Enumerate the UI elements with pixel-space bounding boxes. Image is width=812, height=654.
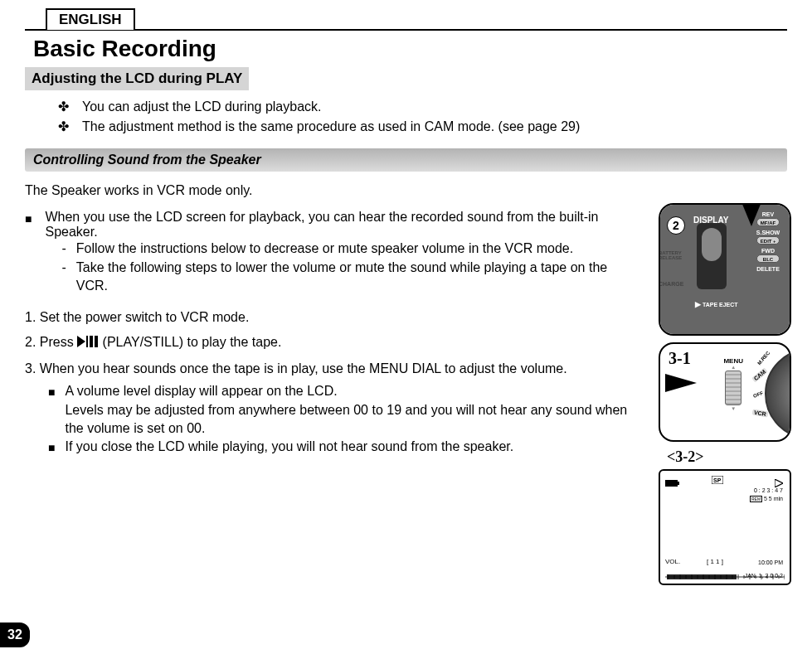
- screen-time: 10:00 PM: [758, 560, 783, 565]
- diagram-column: 2 DISPLAY BATTERY RELEASE CHARGE ▶ TAPE …: [659, 203, 800, 585]
- step-2: 2. Press (PLAY/STILL) to play the tape.: [25, 331, 639, 355]
- section2-para: ■ When you use the LCD screen for playba…: [25, 210, 639, 295]
- svg-marker-5: [665, 374, 697, 392]
- fwd-label: FWD: [750, 248, 786, 254]
- cam-label: CAM: [751, 367, 768, 382]
- edit-button: EDIT +: [756, 236, 780, 245]
- svg-rect-7: [678, 482, 679, 485]
- section2-title: Controlling Sound from the Speaker: [25, 148, 787, 172]
- lcd-screen: SP 0 : 2 3 : 4 7 REM 5 5 min VOL. [ 1 1 …: [659, 469, 791, 585]
- step-3-nested-1a: A volume level display will appear on th…: [65, 382, 639, 400]
- svg-marker-0: [77, 336, 85, 347]
- step-1: 1. Set the power switch to VCR mode.: [25, 306, 639, 330]
- section1-title: Adjusting the LCD during PLAY: [25, 67, 249, 90]
- square-bullet-icon: ■: [25, 212, 32, 295]
- step-3: 3. When you hear sounds once the tape is…: [25, 357, 639, 381]
- section1-bullet-1: You can adjust the LCD during playback.: [82, 97, 321, 117]
- blc-button: BLC: [756, 254, 780, 263]
- step-3-nested-2: If you close the LCD while playing, you …: [65, 438, 513, 457]
- mf-af-button: MF/AF: [756, 218, 780, 226]
- play-still-icon: [77, 332, 99, 356]
- svg-marker-10: [775, 479, 783, 487]
- volume-label: VOL.: [665, 558, 680, 565]
- timecode: 0 : 2 3 : 4 7: [754, 487, 783, 493]
- step-3-nested-1b: Levels may be adjusted from anywhere bet…: [65, 401, 639, 438]
- page-title: Basic Recording: [33, 36, 787, 62]
- step-32-label: <3-2>: [667, 448, 800, 466]
- sshow-label: S.SHOW: [750, 230, 786, 235]
- mrec-label: M.REC: [756, 351, 771, 366]
- mode-dial: M.REC CAM OFF VCR: [740, 344, 791, 442]
- dash-icon: -: [61, 240, 66, 258]
- section2-intro: The Speaker works in VCR mode only.: [25, 182, 639, 200]
- section1-bullet-2: The adjustment method is the same proced…: [82, 117, 580, 137]
- page-number: 32: [0, 623, 30, 647]
- step-2-suffix: (PLAY/STILL) to play the tape.: [103, 335, 282, 349]
- charge-label: CHARGE: [659, 281, 683, 287]
- step-3-sublist: ■ A volume level display will appear on …: [48, 382, 639, 457]
- svg-text:SP: SP: [713, 477, 722, 483]
- section2-dash2: Take the following steps to lower the vo…: [76, 259, 639, 296]
- battery-icon: [665, 479, 680, 487]
- svg-rect-33: [667, 574, 737, 579]
- off-label: OFF: [752, 390, 763, 399]
- svg-rect-2: [90, 336, 93, 347]
- step-2-prefix: 2. Press: [25, 335, 77, 349]
- maltese-icon: ✤: [58, 97, 69, 117]
- rev-label: REV: [750, 211, 786, 217]
- vcr-label: VCR: [752, 409, 769, 417]
- section2-main-text: When you use the LCD screen for playback…: [45, 210, 639, 240]
- maltese-icon: ✤: [58, 117, 69, 137]
- battery-release-label: BATTERY RELEASE: [659, 250, 685, 260]
- tape-eject-label: ▶ TAPE EJECT: [695, 301, 738, 308]
- device-panel-step31: 3-1 MENU ▲ ▼ M.REC CAM OFF VCR: [659, 342, 791, 442]
- svg-rect-1: [86, 336, 88, 347]
- section1-bullets: ✤ You can adjust the LCD during playback…: [58, 97, 787, 137]
- language-tab: ENGLISH: [46, 8, 135, 30]
- svg-rect-6: [665, 480, 678, 487]
- dash-icon: -: [61, 259, 66, 296]
- square-bullet-icon: ■: [48, 385, 55, 438]
- svg-rect-3: [95, 336, 98, 347]
- step-2-circle: 2: [667, 216, 685, 235]
- square-bullet-icon: ■: [48, 440, 55, 457]
- delete-label: DELETE: [750, 266, 786, 272]
- step-31-label: 3-1: [669, 349, 691, 368]
- pointer-arrow-icon: [665, 374, 697, 392]
- remaining-time: REM 5 5 min: [750, 496, 783, 501]
- sp-indicator: SP: [712, 476, 723, 486]
- section2-dash1: Follow the instructions below to decreas…: [76, 240, 573, 258]
- device-panel-step2: 2 DISPLAY BATTERY RELEASE CHARGE ▶ TAPE …: [659, 203, 791, 336]
- volume-value: [ 1 1 ]: [707, 558, 723, 565]
- screen-date: JAN. 1, 2 0 0 2: [745, 573, 783, 579]
